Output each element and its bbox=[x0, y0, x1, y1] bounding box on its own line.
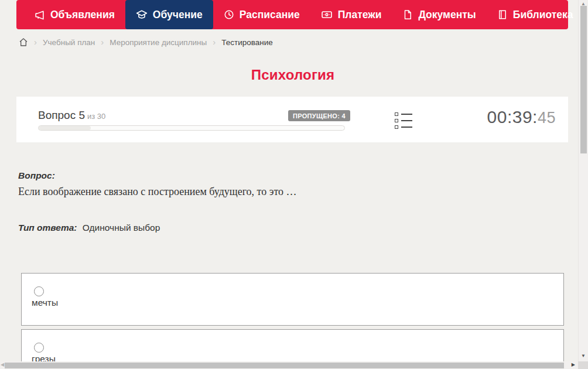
question-text: Если воображение связано с построением б… bbox=[18, 186, 545, 198]
nav-item-payments[interactable]: Платежи bbox=[310, 0, 392, 29]
scrollbar-corner bbox=[578, 361, 588, 369]
nav-item-library[interactable]: Библиотека bbox=[487, 0, 588, 29]
answer-type-value: Одиночный выбор bbox=[83, 223, 160, 233]
breadcrumb-current: Тестирование bbox=[221, 38, 273, 47]
graduation-cap-icon bbox=[136, 9, 148, 20]
breadcrumb-separator: › bbox=[213, 37, 216, 46]
question-list-icon[interactable] bbox=[395, 112, 412, 132]
nav-item-documents[interactable]: Документы bbox=[392, 0, 486, 29]
breadcrumb: › Учебный план › Мероприятие дисциплины … bbox=[19, 37, 273, 48]
vertical-scrollbar-thumb[interactable] bbox=[580, 6, 587, 153]
document-icon bbox=[402, 9, 413, 20]
nav-item-label: Библиотека bbox=[513, 9, 573, 21]
radio-button[interactable] bbox=[34, 343, 44, 353]
scroll-left-arrow-icon[interactable]: ◀ bbox=[1, 363, 4, 367]
nav-item-label: Документы bbox=[418, 9, 476, 21]
question-label: Вопрос: bbox=[18, 170, 55, 181]
progress-bar bbox=[38, 125, 345, 131]
timer-seconds: 45 bbox=[538, 109, 556, 127]
question-number: Вопрос 5из 30 bbox=[38, 109, 105, 122]
timer-hhmm: 00:39: bbox=[487, 107, 538, 127]
answer-option-label: мечты bbox=[32, 298, 58, 308]
breadcrumb-link-discipline-event[interactable]: Мероприятие дисциплины bbox=[110, 38, 207, 47]
quiz-header-card: Вопрос 5из 30 ПРОПУЩЕНО: 4 00:39:45 bbox=[16, 97, 568, 142]
breadcrumb-separator: › bbox=[101, 37, 104, 46]
question-number-label: Вопрос 5 bbox=[38, 109, 85, 121]
question-total-label: из 30 bbox=[87, 112, 105, 121]
horizontal-scrollbar[interactable]: ◀ ▶ bbox=[0, 361, 578, 369]
timer: 00:39:45 bbox=[487, 107, 556, 127]
nav-item-label: Объявления bbox=[50, 9, 115, 21]
nav-item-label: Расписание bbox=[240, 9, 300, 21]
clock-icon bbox=[224, 9, 234, 20]
vertical-scrollbar[interactable]: ▲ ▼ bbox=[578, 0, 588, 361]
page: Объявления Обучение Расписание Платежи bbox=[0, 0, 588, 369]
nav-item-schedule[interactable]: Расписание bbox=[213, 0, 310, 29]
breadcrumb-link-curriculum[interactable]: Учебный план bbox=[43, 38, 95, 47]
progress-fill bbox=[39, 126, 91, 130]
skipped-badge: ПРОПУЩЕНО: 4 bbox=[288, 110, 350, 121]
breadcrumb-separator: › bbox=[34, 37, 37, 46]
nav-item-announcements[interactable]: Объявления bbox=[23, 0, 125, 29]
nav-item-label: Платежи bbox=[338, 9, 382, 21]
answer-type-label: Тип ответа: bbox=[18, 223, 77, 233]
answer-type: Тип ответа: Одиночный выбор bbox=[18, 223, 160, 233]
home-icon[interactable] bbox=[19, 37, 28, 49]
nav-item-learning[interactable]: Обучение bbox=[125, 0, 213, 29]
book-icon bbox=[497, 9, 508, 20]
scroll-right-arrow-icon[interactable]: ▶ bbox=[572, 363, 575, 367]
horizontal-scrollbar-thumb[interactable] bbox=[5, 363, 564, 368]
answer-option-1[interactable]: мечты bbox=[21, 273, 564, 326]
page-title: Психология bbox=[0, 67, 586, 83]
scroll-down-arrow-icon[interactable]: ▼ bbox=[581, 354, 586, 358]
nav-item-label: Обучение bbox=[153, 9, 203, 21]
radio-button[interactable] bbox=[34, 286, 44, 296]
top-navbar: Объявления Обучение Расписание Платежи bbox=[16, 0, 568, 29]
payments-icon bbox=[321, 9, 333, 20]
megaphone-icon bbox=[34, 9, 45, 20]
